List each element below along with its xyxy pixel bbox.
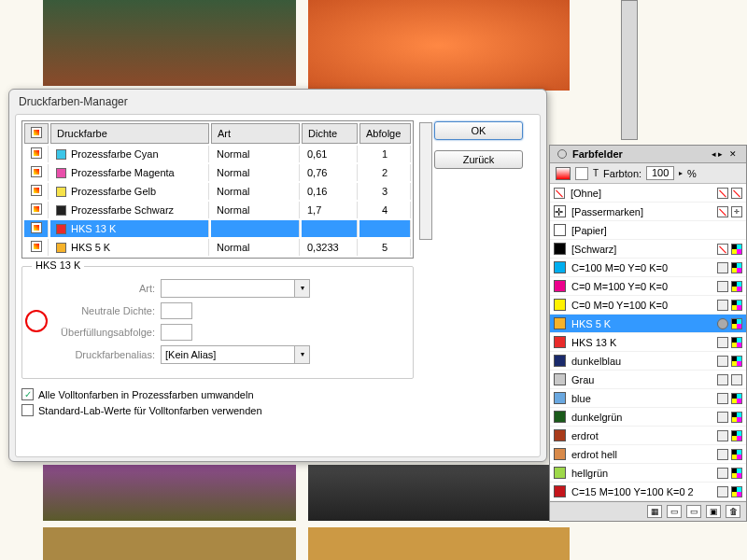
- printable-icon[interactable]: [31, 241, 42, 252]
- swatch-row[interactable]: dunkelgrün: [550, 408, 746, 427]
- swatch-mode-icon: [731, 356, 742, 367]
- ink-abfolge: 3: [359, 183, 411, 200]
- new-swatch-2-icon[interactable]: ▭: [686, 505, 701, 518]
- ink-row[interactable]: Prozessfarbe MagentaNormal0,762: [24, 164, 411, 181]
- fill-stroke-icon[interactable]: [556, 167, 571, 180]
- printable-icon[interactable]: [31, 185, 42, 196]
- ink-row[interactable]: Prozessfarbe GelbNormal0,163: [24, 183, 411, 200]
- col-abfolge[interactable]: Abfolge: [359, 123, 411, 144]
- ink-art: Normal: [211, 202, 300, 218]
- swatch-type-icon: [717, 468, 728, 479]
- swatch-mode-icon: [731, 412, 742, 423]
- alias-dropdown[interactable]: [Kein Alias]▾: [161, 345, 310, 364]
- swatch-row[interactable]: HKS 13 K: [550, 333, 746, 352]
- ink-dichte: 0,16: [302, 183, 358, 200]
- ink-swatch-icon: [56, 168, 66, 178]
- swatch-row[interactable]: [Papier]: [550, 221, 746, 240]
- swatch-name: dunkelgrün: [571, 412, 717, 423]
- lab-values-label: Standard-Lab-Werte für Volltonfarben ver…: [38, 405, 262, 416]
- swatch-row[interactable]: Grau: [550, 371, 746, 389]
- ink-dichte: 0,3233: [302, 239, 358, 256]
- swatch-type-icon: [717, 206, 728, 217]
- ink-art: Normal: [211, 146, 300, 162]
- swatches-panel: Farbfelder ◂▸ ✕ T Farbton: 100 ▸ % [Ohne…: [549, 145, 747, 522]
- ink-swatch-icon: [56, 224, 66, 234]
- swatch-row[interactable]: dunkelblau: [550, 352, 746, 371]
- panel-tab[interactable]: Farbfelder ◂▸ ✕: [550, 146, 746, 163]
- ink-art: Normal: [211, 183, 300, 200]
- new-group-icon[interactable]: ▣: [706, 505, 721, 518]
- dichte-input[interactable]: [161, 302, 192, 319]
- swatch-row[interactable]: C=0 M=0 Y=100 K=0: [550, 296, 746, 315]
- swatch-row[interactable]: C=0 M=100 Y=0 K=0: [550, 277, 746, 296]
- swatch-row[interactable]: erdrot hell: [550, 445, 746, 464]
- chevron-down-icon: ▾: [294, 346, 309, 363]
- ink-art: [211, 220, 300, 237]
- group-legend: HKS 13 K: [32, 259, 84, 271]
- ink-row[interactable]: Prozessfarbe SchwarzNormal1,74: [24, 202, 411, 218]
- alias-label: Druckfarbenalias:: [32, 349, 155, 360]
- col-print-icon[interactable]: [24, 123, 49, 144]
- swatch-row[interactable]: [Ohne]: [550, 184, 746, 203]
- ink-name: Prozessfarbe Magenta: [71, 167, 175, 178]
- swatch-name: hellgrün: [571, 468, 717, 479]
- art-dropdown[interactable]: ▾: [161, 279, 310, 298]
- swatch-row[interactable]: C=100 M=0 Y=0 K=0: [550, 259, 746, 277]
- formatting-container-icon[interactable]: [575, 167, 588, 180]
- swatch-row[interactable]: [Schwarz]: [550, 240, 746, 259]
- swatch-row[interactable]: blue: [550, 389, 746, 408]
- swatch-name: [Schwarz]: [571, 244, 717, 255]
- swatch-mode-icon: [731, 337, 742, 348]
- swatch-row[interactable]: ✛[Passermarken]✛: [550, 203, 746, 221]
- doc-image: [43, 527, 296, 560]
- back-button[interactable]: Zurück: [434, 150, 523, 169]
- convert-spot-label: Alle Volltonfarben in Prozessfarben umwa…: [38, 389, 254, 400]
- swatch-color-icon: [554, 373, 566, 385]
- swatch-name: C=100 M=0 Y=0 K=0: [571, 262, 717, 273]
- swatch-color-icon: [554, 411, 566, 423]
- swatch-color-icon: [554, 429, 566, 441]
- ink-swatch-icon: [56, 187, 66, 197]
- ok-button[interactable]: OK: [434, 121, 523, 140]
- swatch-row[interactable]: hellgrün: [550, 464, 746, 483]
- new-swatch-icon[interactable]: ▭: [667, 505, 682, 518]
- panel-menu-icon[interactable]: ◂▸ ✕: [712, 149, 739, 159]
- delete-swatch-icon[interactable]: 🗑: [726, 505, 740, 518]
- swatch-type-icon: [717, 262, 728, 273]
- col-art[interactable]: Art: [211, 123, 300, 144]
- doc-image: [43, 0, 296, 86]
- table-scrollbar[interactable]: [419, 122, 432, 240]
- swatch-color-icon: [554, 485, 566, 497]
- swatch-type-icon: [717, 300, 728, 311]
- swatch-type-icon: [717, 188, 728, 199]
- col-dichte[interactable]: Dichte: [302, 123, 358, 144]
- col-druckfarbe[interactable]: Druckfarbe: [50, 123, 209, 144]
- text-format-icon[interactable]: T: [593, 168, 599, 178]
- show-list-icon[interactable]: ▦: [647, 505, 662, 518]
- printable-icon[interactable]: [31, 222, 42, 233]
- doc-image: [308, 527, 570, 560]
- tint-arrow-icon[interactable]: ▸: [679, 169, 683, 177]
- ink-row[interactable]: HKS 5 KNormal0,32335: [24, 239, 411, 256]
- ink-row[interactable]: Prozessfarbe CyanNormal0,611: [24, 146, 411, 162]
- swatch-color-icon: [554, 392, 566, 404]
- lab-values-checkbox[interactable]: [21, 404, 34, 416]
- printable-icon[interactable]: [31, 166, 42, 177]
- swatch-color-icon: [554, 261, 566, 273]
- printable-icon[interactable]: [31, 203, 42, 215]
- tint-input[interactable]: 100: [646, 166, 674, 180]
- swatch-row[interactable]: C=15 M=100 Y=100 K=0 2: [550, 483, 746, 501]
- swatch-name: Grau: [571, 374, 717, 385]
- swatch-name: C=0 M=100 Y=0 K=0: [571, 281, 717, 292]
- swatch-color-icon: [554, 467, 566, 479]
- convert-spot-checkbox[interactable]: ✓: [21, 388, 34, 400]
- ink-row[interactable]: HKS 13 K: [24, 220, 411, 237]
- swatch-row[interactable]: HKS 5 K: [550, 315, 746, 333]
- swatch-type-icon: [717, 244, 728, 255]
- swatch-row[interactable]: erdrot: [550, 427, 746, 445]
- printable-icon[interactable]: [31, 147, 42, 159]
- swatch-type-icon: [717, 281, 728, 292]
- panel-grip-icon: [557, 149, 567, 159]
- swatch-color-icon: [554, 224, 566, 236]
- ueberfuellung-input[interactable]: [161, 324, 192, 341]
